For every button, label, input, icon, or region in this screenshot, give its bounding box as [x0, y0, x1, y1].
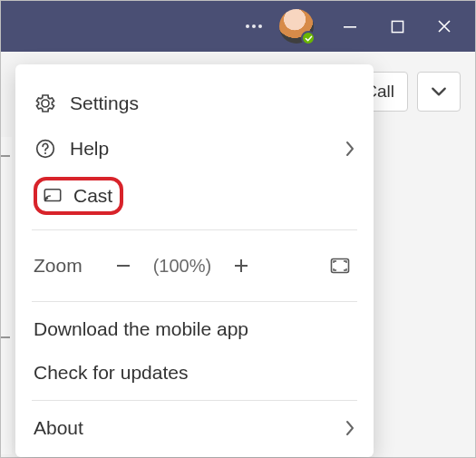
svg-point-1 [252, 24, 256, 28]
gear-icon [34, 92, 57, 115]
menu-label-about: About [34, 417, 332, 439]
app-window: Call Settings Help [0, 0, 476, 458]
profile-menu: Settings Help Cast Zoom [15, 64, 374, 457]
help-icon [34, 137, 57, 161]
svg-rect-11 [240, 259, 242, 272]
svg-rect-3 [344, 26, 356, 28]
zoom-percent: (100%) [153, 256, 211, 277]
menu-item-zoom: Zoom (100%) [15, 236, 374, 296]
menu-item-settings[interactable]: Settings [15, 81, 374, 126]
fullscreen-button[interactable] [325, 250, 355, 281]
menu-item-about[interactable]: About [15, 406, 374, 457]
svg-point-6 [44, 152, 46, 154]
zoom-in-button[interactable] [226, 250, 257, 281]
menu-item-help[interactable]: Help [15, 126, 374, 171]
cast-icon [41, 184, 64, 208]
cast-highlight: Cast [34, 177, 123, 215]
svg-point-8 [45, 200, 47, 201]
minimize-button[interactable] [326, 1, 374, 52]
close-button[interactable] [421, 1, 468, 52]
menu-item-download[interactable]: Download the mobile app [15, 307, 374, 351]
menu-label-settings: Settings [70, 93, 355, 114]
menu-item-cast[interactable]: Cast [15, 171, 374, 224]
left-strip [1, 137, 12, 454]
more-button[interactable] [236, 8, 272, 44]
svg-point-0 [246, 24, 249, 28]
menu-item-updates[interactable]: Check for updates [15, 351, 374, 395]
zoom-label: Zoom [34, 255, 83, 277]
menu-label-cast: Cast [73, 185, 112, 207]
svg-point-2 [258, 24, 262, 28]
titlebar [1, 1, 475, 52]
menu-label-updates: Check for updates [34, 362, 355, 384]
menu-label-help: Help [70, 138, 332, 160]
chevron-down-icon [431, 83, 447, 100]
chevron-right-icon [345, 420, 355, 436]
menu-divider [32, 400, 357, 401]
chevron-right-icon [345, 141, 355, 157]
menu-divider [32, 229, 357, 230]
call-options-button[interactable] [417, 72, 461, 112]
user-avatar[interactable] [279, 9, 314, 44]
maximize-button[interactable] [374, 1, 421, 52]
presence-available-icon [301, 31, 316, 45]
menu-label-download: Download the mobile app [34, 318, 355, 340]
svg-rect-9 [117, 265, 130, 267]
svg-rect-4 [392, 21, 403, 32]
menu-divider [32, 301, 357, 302]
zoom-out-button[interactable] [108, 250, 139, 281]
